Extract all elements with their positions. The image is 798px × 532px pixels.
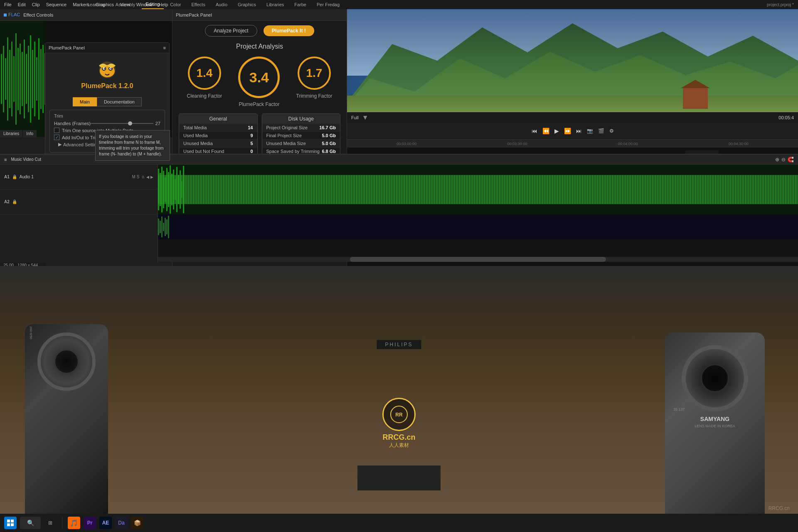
tab-audio[interactable]: Audio	[212, 0, 232, 9]
svg-rect-20	[40, 49, 42, 109]
total-media-row: Total Media 14	[179, 124, 257, 132]
svg-rect-55	[163, 223, 164, 231]
package-button[interactable]: 📦	[131, 517, 143, 529]
trimming-factor-label: Trimming Factor	[296, 93, 332, 99]
original-size-label: Project Original Size	[266, 125, 308, 130]
svg-rect-44	[171, 174, 172, 205]
menu-sequence[interactable]: Sequence	[46, 2, 67, 7]
timeline-menu-icon[interactable]: ≡	[4, 157, 7, 162]
tab-learning[interactable]: Learning	[83, 0, 109, 9]
camera-icon[interactable]: 📷	[587, 128, 593, 134]
davinci-button[interactable]: Da	[115, 517, 128, 529]
menu-edit[interactable]: Edit	[18, 2, 26, 7]
trim-one-source-checkbox[interactable]	[54, 128, 59, 133]
svg-rect-9	[17, 48, 19, 110]
timecode-display: 00:05:4	[778, 115, 794, 120]
menu-file[interactable]: File	[4, 2, 12, 7]
tab-editing[interactable]: Editing	[142, 0, 164, 9]
step-back-icon[interactable]: ⏪	[542, 128, 549, 134]
mute-icon[interactable]: M	[132, 175, 135, 179]
lib-info-tabs: Libraries Info	[0, 130, 46, 137]
rrcg-overlay: RR RRCG.cn 人人素材	[382, 398, 416, 449]
track-a1-controls: M S	[132, 175, 139, 179]
plumepack-factor-value: 3.4	[249, 69, 269, 86]
plumepack-panel-label: PlumePack Panel	[49, 45, 85, 50]
tab-farbe[interactable]: Farbe	[290, 0, 310, 9]
panel-menu-icon[interactable]: ≡	[163, 45, 166, 50]
svg-rect-1	[1, 54, 2, 104]
play-icon[interactable]: ▶	[554, 128, 559, 134]
track-a2: A2 🔒	[0, 190, 158, 214]
package-icon: 📦	[134, 520, 141, 526]
zoom-in-icon[interactable]: ⊕	[775, 157, 779, 163]
handles-slider[interactable]	[91, 123, 153, 124]
track-a1-lock-icon[interactable]: 🔒	[12, 175, 17, 179]
plumepack-panel-header: PlumePack Panel ≡	[45, 43, 169, 53]
timeline-tools: ⊕ ⊖ 🧲	[775, 157, 794, 163]
audio-waveform-track	[158, 165, 798, 214]
magnet-icon[interactable]: 🧲	[788, 157, 794, 163]
davinci-icon: Da	[118, 520, 124, 526]
fast-forward-icon[interactable]: ⏭	[576, 128, 582, 134]
tab-libraries[interactable]: Libraries	[262, 0, 288, 9]
step-forward-icon[interactable]: ⏩	[564, 128, 571, 134]
svg-rect-52	[158, 219, 159, 235]
slider-thumb	[128, 121, 132, 126]
audio-waveform-track2	[158, 214, 798, 239]
documentation-tab[interactable]: Documentation	[97, 97, 142, 106]
plumepack-panel-title: PlumePack Panel	[176, 12, 212, 17]
tab-color[interactable]: Color	[166, 0, 185, 9]
vlc-button[interactable]: 🎵	[68, 517, 80, 529]
tab-graphics[interactable]: Graphics	[234, 0, 260, 9]
premiere-button[interactable]: Pr	[84, 517, 96, 529]
libraries-tab[interactable]: Libraries	[0, 130, 22, 137]
svg-rect-8	[15, 33, 17, 125]
scrollbar-thumb[interactable]	[350, 257, 606, 262]
chevron-right-icon: ▶	[58, 142, 62, 147]
trimming-factor-item: 1.7 Trimming Factor	[296, 57, 332, 107]
analyze-project-button[interactable]: Analyze Project	[205, 25, 257, 37]
main-tab[interactable]: Main	[73, 97, 97, 106]
svg-rect-54	[161, 217, 163, 237]
svg-rect-18	[36, 57, 37, 101]
solo-icon[interactable]: S	[137, 175, 140, 179]
tab-effects[interactable]: Effects	[187, 0, 209, 9]
vol-up-icon[interactable]: ▶	[150, 175, 153, 179]
track-a2-label: A2	[4, 200, 10, 204]
factors-row: 1.4 Cleaning Factor 3.4 PlumePack Factor	[175, 57, 345, 107]
svg-rect-64	[11, 523, 14, 526]
plumepack-it-button[interactable]: PlumePack It !	[264, 25, 314, 36]
lens-specs: LENS MADE IN KOREA	[695, 424, 735, 428]
unused-media-value: 5	[250, 141, 253, 146]
cleaning-factor-circle: 1.4	[188, 57, 221, 90]
rewind-icon[interactable]: ⏮	[532, 128, 537, 134]
plumepack-tabs: Main Documentation	[45, 97, 169, 106]
svg-rect-39	[163, 171, 164, 208]
video-camera-icon[interactable]: 🎬	[598, 128, 604, 134]
ruler-mark-4: 00:04:30:00	[683, 142, 794, 146]
taskbar-search[interactable]: 🔍	[20, 517, 41, 529]
menu-clip[interactable]: Clip	[32, 2, 40, 7]
disk-usage-header: Disk Usage	[262, 114, 340, 124]
zoom-out-icon[interactable]: ⊖	[781, 157, 786, 163]
svg-rect-15	[30, 35, 31, 123]
taskbar-taskview[interactable]: ⊞	[44, 517, 57, 529]
tab-perfredag[interactable]: Per Fredag	[313, 0, 344, 9]
lens-model: 35 137	[673, 407, 685, 411]
add-inout-checkbox[interactable]	[54, 135, 59, 140]
windows-start-button[interactable]	[4, 517, 17, 529]
aftereffects-button[interactable]: AE	[99, 517, 112, 529]
track-a1-label: A1	[4, 175, 10, 179]
svg-rect-47	[176, 167, 177, 212]
settings-icon[interactable]: ⚙	[609, 128, 614, 134]
vol-down-icon[interactable]: ◀	[146, 175, 149, 179]
info-tab[interactable]: Info	[23, 130, 37, 137]
camera-right: SAMYANG LENS MADE IN KOREA 35 137	[665, 332, 765, 532]
timeline-scrollbar[interactable]	[158, 257, 798, 262]
watermark-rrcg: RRCG.cn	[768, 505, 790, 511]
dropdown-chevron-icon[interactable]: ▼	[362, 114, 369, 121]
unused-size-row: Unused Media Size 5.0 Gb	[262, 140, 340, 148]
tab-assembly[interactable]: Assembly	[111, 0, 140, 9]
waveform-svg	[0, 21, 46, 137]
effect-controls-label: Effect Controls	[23, 12, 53, 17]
